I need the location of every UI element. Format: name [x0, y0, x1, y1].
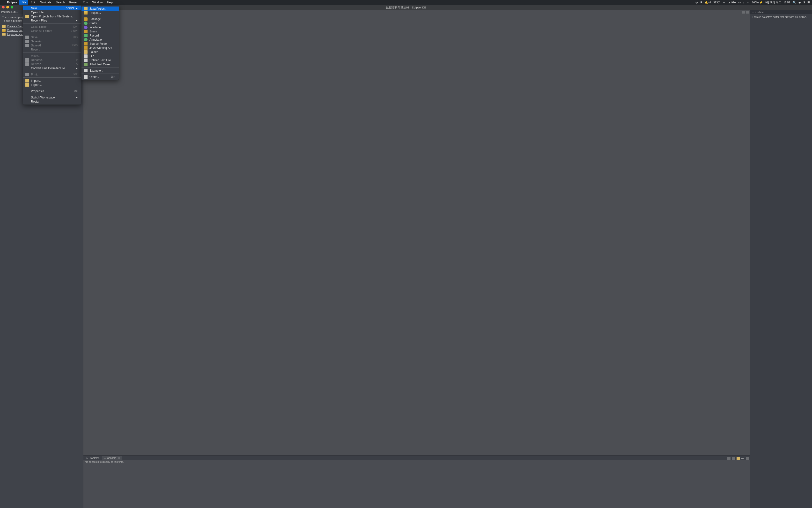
- menu-item-new[interactable]: New⌥⌘N▶: [23, 6, 81, 10]
- tab-problems[interactable]: ⚠Problems: [84, 456, 101, 460]
- menu-item-properties[interactable]: Properties⌘I: [23, 89, 81, 93]
- menu-item-interface[interactable]: Interface: [82, 25, 119, 29]
- mac-menu-project[interactable]: Project: [67, 0, 80, 5]
- menu-item-shortcut: ⌘I: [68, 89, 78, 93]
- blank-icon: [26, 89, 29, 93]
- tab-label: Problems: [89, 457, 99, 459]
- status-control-center-icon[interactable]: ☰: [806, 1, 811, 4]
- console-maximize-button[interactable]: [746, 457, 749, 460]
- menu-item-java-project[interactable]: Java Project: [82, 6, 119, 11]
- proj-icon: [2, 29, 6, 32]
- status-wifi-icon[interactable]: ᯤ: [746, 1, 751, 4]
- menu-item-label: Open Projects from File System...: [31, 15, 78, 18]
- console-display-button[interactable]: [732, 457, 735, 460]
- menu-item-other[interactable]: Other...⌘N: [82, 75, 119, 79]
- export-icon: [26, 83, 29, 87]
- menu-item-restart[interactable]: Restart: [23, 99, 81, 103]
- menu-item-folder[interactable]: Folder: [82, 50, 119, 54]
- menu-item-package[interactable]: Package: [82, 17, 119, 21]
- menu-item-shortcut: ⌘S: [67, 36, 78, 39]
- console-open-button[interactable]: [736, 457, 740, 460]
- outline-empty-msg: There is no active editor that provides …: [752, 15, 807, 18]
- printer-icon: [26, 73, 29, 76]
- mac-menu-search[interactable]: Search: [53, 0, 67, 5]
- menu-item-label: Other...: [89, 75, 102, 79]
- package-explorer-title: Package Expl...: [1, 11, 18, 13]
- menu-item-project[interactable]: Project...: [82, 11, 119, 15]
- ann-icon: [84, 38, 88, 41]
- status-battery-percent[interactable]: 100% ⚡: [751, 1, 764, 4]
- minimize-window-button[interactable]: [6, 6, 9, 8]
- menu-separator: [23, 77, 81, 78]
- menu-item-enum[interactable]: Enum: [82, 29, 119, 33]
- menu-item-convert-line-delimiters-to[interactable]: Convert Line Delimiters To▶: [23, 66, 81, 70]
- tab-console[interactable]: ▭Console✕: [102, 456, 122, 460]
- status-wechat[interactable]: ☁ 99+: [727, 1, 737, 4]
- menu-item-recent-files[interactable]: Recent Files▶: [23, 18, 81, 23]
- mac-menu-run[interactable]: Run: [81, 0, 90, 5]
- mac-menu-help[interactable]: Help: [105, 0, 115, 5]
- app-menu-eclipse[interactable]: Eclipse: [5, 0, 19, 5]
- javaproj-icon: [84, 7, 88, 10]
- eclipse-window-titlebar: 数据结构与算法01 - Eclipse IDE: [0, 5, 812, 10]
- outline-header[interactable]: ▭ Outline: [750, 10, 812, 14]
- menu-item-export[interactable]: Export...: [23, 83, 81, 87]
- menu-item-label: Close All Editors: [31, 29, 62, 33]
- status-sogou-icon[interactable]: S: [802, 1, 806, 4]
- maximize-window-button[interactable]: [11, 6, 13, 8]
- menu-item-label: Properties: [31, 89, 66, 93]
- menu-item-annotation[interactable]: Annotation: [82, 38, 119, 42]
- status-notifications[interactable]: 🔔44: [704, 1, 712, 4]
- close-window-button[interactable]: [2, 6, 5, 8]
- mac-menu-file[interactable]: File: [19, 0, 28, 5]
- console-pin-button[interactable]: [727, 457, 730, 460]
- menu-item-import[interactable]: Import...: [23, 79, 81, 83]
- menu-item-open-projects-from-file-system[interactable]: Open Projects from File System...: [23, 14, 81, 18]
- menu-separator: [23, 24, 81, 24]
- menu-item-class[interactable]: Class: [82, 21, 119, 25]
- menu-item-source-folder[interactable]: Source Folder: [82, 42, 119, 46]
- window-controls: [2, 6, 13, 8]
- minimize-view-button[interactable]: [742, 11, 745, 13]
- menu-item-open-file[interactable]: Open File...: [23, 10, 81, 14]
- status-siri-icon[interactable]: ◎: [694, 1, 699, 4]
- status-battery-icon[interactable]: ▭: [737, 1, 742, 4]
- console-empty-msg: No consoles to display at this time.: [85, 460, 124, 463]
- menu-item-label: Class: [89, 22, 115, 25]
- link-label: Create a proj...: [7, 29, 25, 32]
- menu-item-record[interactable]: Record: [82, 33, 119, 38]
- menu-item-switch-workspace[interactable]: Switch Workspace▶: [23, 95, 81, 99]
- status-date[interactable]: 9月29日 周二: [764, 1, 782, 4]
- status-spotlight-icon[interactable]: 🔍: [792, 1, 797, 4]
- menu-item-java-working-set[interactable]: Java Working Set: [82, 46, 119, 50]
- import-icon: [2, 33, 6, 36]
- blank-icon: [26, 11, 29, 14]
- status-transfer-icon[interactable]: ↕: [742, 1, 746, 4]
- int-icon: [84, 26, 88, 29]
- menu-item-junit-test-case[interactable]: JUnit Test Case: [82, 62, 119, 66]
- menu-item-label: Refresh: [31, 62, 66, 66]
- mac-menu-navigate[interactable]: Navigate: [38, 0, 53, 5]
- menu-item-untitled-text-file[interactable]: Untitled Text File: [82, 58, 119, 62]
- blank-icon: [26, 19, 29, 22]
- status-ime-count[interactable]: 323字: [712, 1, 722, 4]
- menu-item-file[interactable]: File: [82, 54, 119, 58]
- status-ime-lang[interactable]: 中: [722, 1, 727, 4]
- maximize-view-button[interactable]: [746, 11, 750, 13]
- menu-item-print: Print...⌘P: [23, 72, 81, 77]
- blank-icon: [26, 25, 29, 29]
- status-p-icon[interactable]: P: [699, 1, 703, 4]
- save-icon: [26, 40, 29, 43]
- tab-close-button[interactable]: ✕: [117, 457, 120, 459]
- status-time[interactable]: 15:57: [782, 1, 792, 4]
- apple-menu[interactable]: [1, 2, 5, 3]
- menu-item-example[interactable]: Example...: [82, 69, 119, 73]
- menu-item-label: Example...: [89, 69, 115, 72]
- mac-menu-edit[interactable]: Edit: [28, 0, 38, 5]
- status-siri-color-icon[interactable]: ◉: [797, 1, 802, 4]
- menu-item-refresh: RefreshF5: [23, 62, 81, 66]
- fold-icon: [26, 15, 29, 18]
- macos-status-area: ◎ P 🔔44 323字 中 ☁ 99+ ▭ ↕ ᯤ 100% ⚡ 9月29日 …: [694, 1, 811, 4]
- javaproj-icon: [2, 25, 6, 28]
- mac-menu-window[interactable]: Window: [90, 0, 105, 5]
